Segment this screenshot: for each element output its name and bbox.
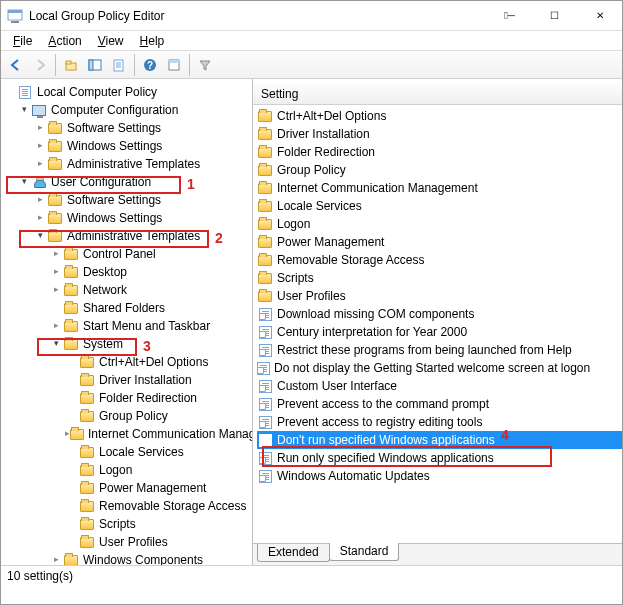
collapse-icon[interactable]	[33, 193, 47, 207]
forward-button[interactable]	[29, 54, 51, 76]
show-hide-tree-button[interactable]	[84, 54, 106, 76]
app-icon	[7, 8, 23, 24]
user-icon	[31, 174, 47, 190]
collapse-icon[interactable]	[33, 121, 47, 135]
policy-setting-icon	[257, 396, 273, 412]
tree-user-configuration[interactable]: User Configuration	[1, 173, 252, 191]
collapse-icon[interactable]	[33, 157, 47, 171]
export-list-button[interactable]	[108, 54, 130, 76]
list-item[interactable]: Power Management	[257, 233, 622, 251]
list-item-label: Do not display the Getting Started welco…	[274, 361, 590, 375]
folder-icon	[63, 300, 79, 316]
up-button[interactable]	[60, 54, 82, 76]
tree-sys-driver[interactable]: Driver Installation	[1, 371, 252, 389]
list-item-label: Internet Communication Management	[277, 181, 478, 195]
tree-system[interactable]: System	[1, 335, 252, 353]
tree-sys-gp[interactable]: Group Policy	[1, 407, 252, 425]
status-bar: 10 setting(s)	[1, 565, 622, 585]
tree-cc-software[interactable]: Software Settings	[1, 119, 252, 137]
minimize-button[interactable]: ─	[487, 1, 532, 31]
tree-desktop[interactable]: Desktop	[1, 263, 252, 281]
collapse-icon[interactable]	[49, 265, 63, 279]
expand-icon[interactable]	[17, 103, 31, 117]
list-item[interactable]: Windows Automatic Updates	[257, 467, 622, 485]
tree-cc-windows[interactable]: Windows Settings	[1, 137, 252, 155]
tab-standard[interactable]: Standard	[329, 543, 400, 561]
tree-sys-userprofiles[interactable]: User Profiles	[1, 533, 252, 551]
menu-help[interactable]: Help	[132, 33, 173, 49]
expand-icon[interactable]	[33, 229, 47, 243]
collapse-icon[interactable]	[49, 283, 63, 297]
list-item[interactable]: Locale Services	[257, 197, 622, 215]
policy-setting-icon	[257, 360, 270, 376]
filter-button[interactable]	[194, 54, 216, 76]
list-area[interactable]: Ctrl+Alt+Del OptionsDriver InstallationF…	[253, 105, 622, 543]
list-item[interactable]: User Profiles	[257, 287, 622, 305]
list-item[interactable]: Folder Redirection	[257, 143, 622, 161]
list-item[interactable]: Restrict these programs from being launc…	[257, 341, 622, 359]
tree-sys-folder[interactable]: Folder Redirection	[1, 389, 252, 407]
tree-uc-admin[interactable]: Administrative Templates	[1, 227, 252, 245]
collapse-icon[interactable]	[49, 247, 63, 261]
menu-view[interactable]: View	[90, 33, 132, 49]
tree-control-panel[interactable]: Control Panel	[1, 245, 252, 263]
list-item[interactable]: Prevent access to registry editing tools	[257, 413, 622, 431]
tree-uc-windows[interactable]: Windows Settings	[1, 209, 252, 227]
tree-cc-admin[interactable]: Administrative Templates	[1, 155, 252, 173]
tree-shared-folders[interactable]: Shared Folders	[1, 299, 252, 317]
list-item[interactable]: Driver Installation	[257, 125, 622, 143]
expand-icon[interactable]	[17, 175, 31, 189]
list-item[interactable]: Do not display the Getting Started welco…	[257, 359, 622, 377]
tab-extended[interactable]: Extended	[257, 544, 330, 562]
close-button[interactable]: ✕	[577, 1, 622, 31]
tree-uc-software[interactable]: Software Settings	[1, 191, 252, 209]
tree-start-menu[interactable]: Start Menu and Taskbar	[1, 317, 252, 335]
maximize-button[interactable]: ☐	[532, 1, 577, 31]
list-item[interactable]: Download missing COM components	[257, 305, 622, 323]
list-column-header[interactable]: Setting	[253, 83, 622, 105]
list-item[interactable]: Run only specified Windows applications	[257, 449, 622, 467]
tree-windows-components[interactable]: Windows Components	[1, 551, 252, 565]
properties-button[interactable]	[163, 54, 185, 76]
list-item[interactable]: Internet Communication Management	[257, 179, 622, 197]
list-item[interactable]: Ctrl+Alt+Del Options	[257, 107, 622, 125]
menu-file[interactable]: File	[5, 33, 40, 49]
tree-sys-ctrlaltdel[interactable]: Ctrl+Alt+Del Options	[1, 353, 252, 371]
folder-icon	[63, 552, 79, 565]
list-item[interactable]: Group Policy	[257, 161, 622, 179]
folder-icon	[79, 372, 95, 388]
tree-computer-configuration[interactable]: Computer Configuration	[1, 101, 252, 119]
collapse-icon[interactable]	[33, 211, 47, 225]
policy-setting-icon	[257, 468, 273, 484]
list-pane: Setting Ctrl+Alt+Del OptionsDriver Insta…	[253, 79, 622, 565]
folder-icon	[47, 138, 63, 154]
tree-network[interactable]: Network	[1, 281, 252, 299]
list-item[interactable]: Prevent access to the command prompt	[257, 395, 622, 413]
folder-icon	[79, 444, 95, 460]
list-item[interactable]: Scripts	[257, 269, 622, 287]
menu-action[interactable]: Action	[40, 33, 89, 49]
list-item-label: Download missing COM components	[277, 307, 474, 321]
collapse-icon[interactable]	[49, 553, 63, 565]
tree-sys-removable[interactable]: Removable Storage Access	[1, 497, 252, 515]
expand-icon[interactable]	[49, 337, 63, 351]
tree-sys-logon[interactable]: Logon	[1, 461, 252, 479]
collapse-icon[interactable]	[49, 319, 63, 333]
tree-sys-scripts[interactable]: Scripts	[1, 515, 252, 533]
list-item[interactable]: Custom User Interface	[257, 377, 622, 395]
list-item[interactable]: Logon	[257, 215, 622, 233]
tree-sys-locale[interactable]: Locale Services	[1, 443, 252, 461]
list-item[interactable]: Removable Storage Access	[257, 251, 622, 269]
tree-pane[interactable]: Local Computer Policy Computer Configura…	[1, 79, 253, 565]
tree-sys-power[interactable]: Power Management	[1, 479, 252, 497]
help-button[interactable]: ?	[139, 54, 161, 76]
svg-rect-1	[8, 10, 22, 13]
tree-sys-icm[interactable]: Internet Communication Management	[1, 425, 252, 443]
window-title: Local Group Policy Editor	[29, 9, 487, 23]
list-item[interactable]: Don't run specified Windows applications	[257, 431, 622, 449]
folder-icon	[47, 156, 63, 172]
list-item[interactable]: Century interpretation for Year 2000	[257, 323, 622, 341]
tree-root[interactable]: Local Computer Policy	[1, 83, 252, 101]
collapse-icon[interactable]	[33, 139, 47, 153]
back-button[interactable]	[5, 54, 27, 76]
